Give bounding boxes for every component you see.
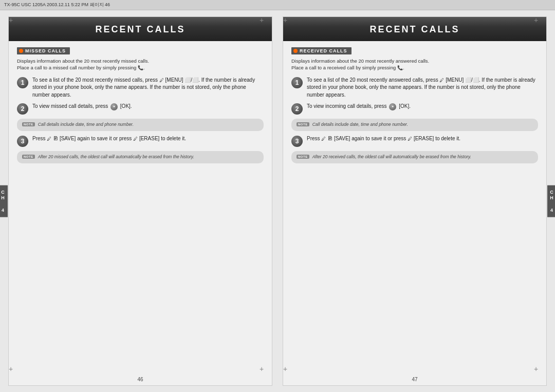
step-number-3a: 3 [17, 136, 28, 147]
step-text-3b: Press 🖊 🖹 [SAVE] again to save it or pre… [307, 135, 538, 143]
erase-icon-1: 🖊 [133, 136, 138, 142]
note-badge-1a: NOTE [22, 122, 35, 126]
intro-line2-missed: Place a call to a missed call number by … [17, 65, 145, 70]
page-47: CH4 RECENT CALLS RECEIVED CALLS Displays… [283, 16, 547, 386]
corner-mark-tl [11, 19, 19, 27]
nav-icons-2: ⬜/⬜ [465, 77, 479, 83]
save-icon-3: 🖊 [321, 136, 326, 142]
intro-text-received: Displays information about the 20 most r… [291, 58, 538, 71]
note-text-1b: Call details include date, time and phon… [312, 122, 408, 128]
note-badge-2b: NOTE [297, 155, 309, 159]
page-title-46: RECENT CALLS [19, 24, 262, 35]
step-number-3b: 3 [291, 136, 303, 147]
erase-icon-2: 🖊 [408, 136, 412, 142]
step-text-2b: To view incoming call details, press ● [… [307, 103, 538, 110]
section-label-text-received: RECEIVED CALLS [300, 48, 347, 53]
step-text-2a: To view missed call details, press ● [OK… [32, 103, 264, 110]
step-number-1b: 1 [291, 77, 303, 88]
ok-button-icon-2: ● [389, 103, 396, 110]
note-box-2b: NOTE After 20 received calls, the oldest… [291, 151, 538, 163]
page-number-47: 47 [283, 375, 546, 385]
note-text-2a: After 20 missed calls, the oldest call w… [38, 154, 194, 160]
ok-button-icon-1: ● [110, 103, 118, 110]
step-text-3a: Press 🖊 🖹 [SAVE] again to save it or pre… [32, 135, 264, 143]
step-number-1a: 1 [17, 77, 28, 88]
corner-mark-tr [262, 19, 270, 27]
nav-icons-1: ⬜/⬜ [184, 77, 198, 83]
step-number-2a: 2 [17, 103, 28, 115]
intro-line2-received: Place a call to a received call by simpl… [291, 65, 404, 70]
intro-line1-received: Displays information about the 20 most r… [291, 58, 429, 64]
phone-icon-1: 📞 [138, 65, 143, 71]
chapter-tab-right: CH4 [547, 185, 555, 217]
top-bar: TX-95C USC 1205A 2003.12.11 5:22 PM 페이지 … [0, 0, 555, 10]
menu-icon-1: 🖊 [159, 77, 164, 84]
bullet-received [293, 49, 298, 53]
corner-mark-br [262, 368, 270, 376]
step1-received: 1 To see a list of the 20 most recently … [291, 77, 538, 99]
note-badge-1b: NOTE [297, 122, 309, 126]
step-number-2b: 2 [291, 103, 303, 115]
note-box-2a: NOTE After 20 missed calls, the oldest c… [17, 151, 264, 163]
model-info: TX-95C USC 1205A 2003.12.11 5:22 PM 페이지 … [4, 2, 110, 8]
note-badge-2a: NOTE [22, 155, 35, 159]
save-icon-4: 🖹 [327, 136, 332, 141]
corner-mark-tr-r [536, 19, 544, 27]
bullet-missed [19, 49, 23, 53]
section-label-text-missed: MISSED CALLS [25, 48, 66, 53]
step2-received: 2 To view incoming call details, press ●… [291, 103, 538, 115]
note-text-2b: After 20 received calls, the oldest call… [312, 154, 471, 160]
section-label-missed: MISSED CALLS [17, 47, 70, 54]
save-icon-1: 🖊 [47, 136, 51, 142]
save-icon-2: 🖹 [53, 136, 58, 141]
page-46: CH4 RECENT CALLS MISSED CALLS Displays i… [8, 16, 272, 386]
page-number-46: 46 [9, 375, 272, 385]
corner-mark-tl-r [285, 19, 293, 27]
corner-mark-br-r [536, 368, 544, 376]
step-text-1b: To see a list of the 20 most recently an… [307, 77, 538, 99]
intro-text-missed: Displays information about the 20 most r… [17, 58, 264, 71]
page-content-46: MISSED CALLS Displays information about … [9, 41, 272, 375]
intro-line1-missed: Displays information about the 20 most r… [17, 58, 149, 64]
note-box-1a: NOTE Call details include date, time and… [17, 119, 264, 131]
phone-icon-2: 📞 [397, 65, 403, 71]
page-header-46: RECENT CALLS [9, 17, 272, 41]
step-text-1a: To see a list of the 20 most recently mi… [32, 77, 264, 99]
chapter-tab-left: CH4 [0, 185, 8, 217]
note-box-1b: NOTE Call details include date, time and… [291, 119, 538, 131]
note-text-1a: Call details include date, time and phon… [38, 122, 134, 128]
page-content-47: RECEIVED CALLS Displays information abou… [283, 41, 546, 375]
corner-mark-bl-r [285, 368, 293, 376]
page-header-47: RECENT CALLS [283, 17, 546, 41]
menu-icon-2: 🖊 [439, 77, 444, 84]
step1-missed: 1 To see a list of the 20 most recently … [17, 77, 264, 99]
section-label-received: RECEIVED CALLS [291, 47, 351, 54]
page-title-47: RECENT CALLS [293, 24, 536, 35]
step2-missed: 2 To view missed call details, press ● [… [17, 103, 264, 115]
step3-missed: 3 Press 🖊 🖹 [SAVE] again to save it or p… [17, 135, 264, 147]
step3-received: 3 Press 🖊 🖹 [SAVE] again to save it or p… [291, 135, 538, 147]
corner-mark-bl [11, 368, 19, 376]
